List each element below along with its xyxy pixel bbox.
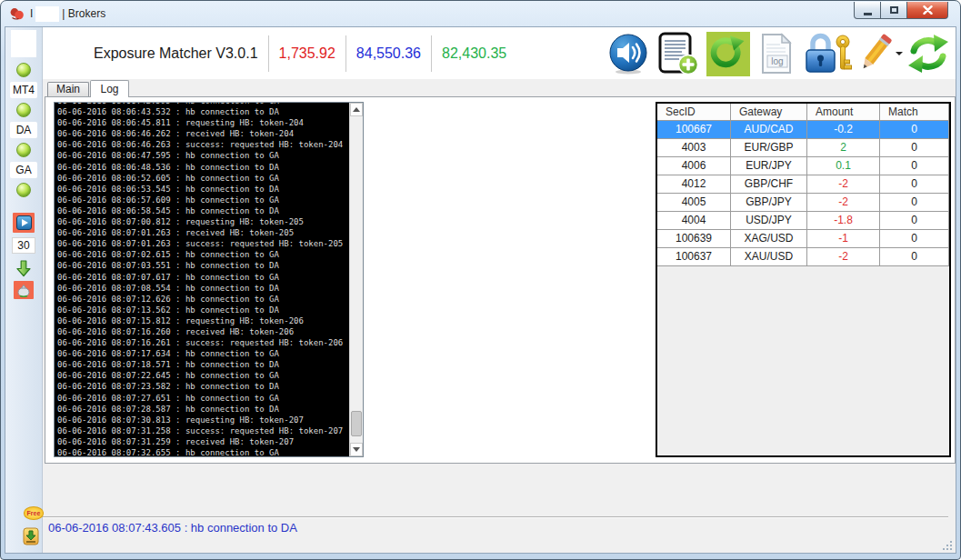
column-header[interactable]: Amount bbox=[807, 104, 880, 121]
grid-header-row: SecIDGatewayAmountMatch bbox=[657, 104, 949, 121]
console-panel: 06-06-2016 08:06:42.595 : hb connection … bbox=[54, 102, 364, 457]
table-row[interactable]: 4003EUR/GBP20 bbox=[657, 139, 949, 157]
close-button[interactable] bbox=[906, 2, 948, 19]
status-led-da bbox=[16, 103, 31, 117]
cell-amount: -2 bbox=[807, 248, 880, 266]
console-line: 06-06-2016 08:07:02.615 : hb connection … bbox=[57, 249, 348, 260]
cell-sec_id: 4012 bbox=[657, 175, 731, 194]
table-row[interactable]: 4004USD/JPY-1.80 bbox=[657, 212, 949, 230]
console-line: 06-06-2016 08:07:15.812 : requesting HB:… bbox=[57, 315, 348, 326]
edit-dropdown-arrow-icon bbox=[896, 52, 903, 55]
cell-sec_id: 100639 bbox=[657, 230, 731, 248]
cell-gateway: EUR/JPY bbox=[731, 157, 807, 175]
window-title: I | Brokers bbox=[30, 6, 105, 22]
sound-button[interactable] bbox=[606, 32, 650, 76]
sidebar-blank-box bbox=[11, 30, 36, 57]
console-line: 06-06-2016 08:06:46.262 : received HB: t… bbox=[57, 128, 348, 139]
play-icon bbox=[16, 215, 32, 230]
console-line: 06-06-2016 08:06:45.811 : requesting HB:… bbox=[57, 117, 348, 128]
edit-button[interactable] bbox=[860, 32, 900, 76]
log-document-icon: log bbox=[758, 33, 795, 75]
minimize-button[interactable] bbox=[854, 2, 881, 19]
security-button[interactable] bbox=[803, 32, 854, 76]
console-line: 06-06-2016 08:07:30.813 : requesting HB:… bbox=[57, 415, 348, 425]
table-row[interactable]: 4005GBP/JPY-20 bbox=[657, 194, 949, 212]
column-header[interactable]: SecID bbox=[657, 104, 731, 121]
scroll-down-button[interactable] bbox=[350, 443, 363, 456]
console-line: 06-06-2016 08:07:27.651 : hb connection … bbox=[57, 393, 348, 404]
console-log[interactable]: 06-06-2016 08:06:42.595 : hb connection … bbox=[55, 103, 348, 456]
broker-label-da: DA bbox=[10, 122, 37, 138]
refresh-icon bbox=[709, 35, 747, 73]
console-line: 06-06-2016 08:06:48.536 : hb connection … bbox=[57, 162, 348, 173]
add-document-icon bbox=[657, 32, 699, 75]
interval-input[interactable] bbox=[12, 237, 35, 254]
cell-gateway: XAG/USD bbox=[731, 230, 807, 248]
console-scrollbar[interactable] bbox=[349, 103, 363, 456]
status-led-aux bbox=[16, 183, 31, 197]
log-icon-label: log bbox=[771, 56, 783, 66]
status-message: 06-06-2016 08:07:43.605 : hb connection … bbox=[48, 521, 297, 535]
status-led-mt4 bbox=[16, 63, 31, 77]
scroll-up-button[interactable] bbox=[350, 103, 363, 116]
log-tab-page: 06-06-2016 08:06:42.595 : hb connection … bbox=[45, 96, 956, 464]
cell-match: 0 bbox=[880, 248, 949, 266]
console-line: 06-06-2016 08:06:57.609 : hb connection … bbox=[57, 195, 348, 205]
cell-gateway: XAU/USD bbox=[731, 248, 807, 266]
toolbar: log bbox=[606, 31, 950, 76]
maximize-icon bbox=[890, 6, 898, 14]
cell-gateway: GBP/CHF bbox=[731, 175, 807, 194]
refresh-button[interactable] bbox=[706, 32, 750, 76]
console-line: 06-06-2016 08:07:12.626 : hb connection … bbox=[57, 294, 348, 305]
app-window: I | Brokers MT4 bbox=[0, 0, 961, 560]
table-row[interactable]: 100667AUD/CAD-0.20 bbox=[657, 121, 949, 139]
cell-sec_id: 4004 bbox=[657, 212, 731, 230]
console-line: 06-06-2016 08:07:32.655 : hb connection … bbox=[57, 447, 348, 456]
scroll-up-icon bbox=[353, 107, 360, 112]
column-header[interactable]: Match bbox=[880, 104, 949, 121]
console-line: 06-06-2016 08:07:28.587 : hb connection … bbox=[57, 404, 348, 415]
column-header[interactable]: Gateway bbox=[731, 104, 807, 121]
cell-amount: -1 bbox=[807, 230, 880, 248]
cell-amount: -1.8 bbox=[807, 212, 880, 230]
sidebar: MT4 DA GA bbox=[5, 27, 43, 553]
console-line: 06-06-2016 08:07:01.263 : success: reque… bbox=[57, 238, 348, 249]
tab-log[interactable]: Log bbox=[90, 80, 129, 97]
money-bag-button[interactable] bbox=[14, 281, 34, 299]
sync-button[interactable] bbox=[906, 32, 950, 76]
play-button[interactable] bbox=[13, 213, 35, 233]
tab-main[interactable]: Main bbox=[47, 82, 89, 96]
add-order-button[interactable] bbox=[656, 32, 700, 76]
lock-key-icon bbox=[804, 32, 853, 75]
titlebar[interactable]: I | Brokers bbox=[1, 1, 960, 26]
table-row[interactable]: 4012GBP/CHF-20 bbox=[657, 175, 949, 194]
console-line: 06-06-2016 08:07:01.263 : received HB: t… bbox=[57, 227, 348, 238]
table-row[interactable]: 100639XAG/USD-10 bbox=[657, 230, 949, 248]
console-line: 06-06-2016 08:07:16.260 : received HB: t… bbox=[57, 326, 348, 337]
cell-match: 0 bbox=[880, 121, 949, 139]
cell-sec_id: 100667 bbox=[657, 121, 731, 139]
maximize-button[interactable] bbox=[881, 2, 906, 19]
balance-value: 84,550.36 bbox=[356, 45, 421, 62]
cell-amount: 2 bbox=[807, 139, 880, 157]
cell-gateway: EUR/GBP bbox=[731, 139, 807, 157]
caption-buttons bbox=[854, 2, 948, 19]
log-button[interactable]: log bbox=[756, 32, 796, 76]
down-arrow-button[interactable] bbox=[16, 260, 31, 277]
console-line: 06-06-2016 08:07:13.562 : hb connection … bbox=[57, 305, 348, 315]
broker-label-mt4: MT4 bbox=[10, 82, 37, 98]
scrollbar-thumb[interactable] bbox=[351, 411, 362, 436]
cell-amount: -0.2 bbox=[807, 121, 880, 139]
console-line: 06-06-2016 08:07:31.258 : success: reque… bbox=[57, 425, 348, 436]
window-title-prefix: I bbox=[30, 7, 33, 20]
cell-match: 0 bbox=[880, 230, 949, 248]
table-row[interactable]: 4006EUR/JPY0.10 bbox=[657, 157, 949, 175]
resize-grip[interactable] bbox=[942, 540, 953, 551]
table-row[interactable]: 100637XAU/USD-20 bbox=[657, 248, 949, 266]
cell-match: 0 bbox=[880, 157, 949, 175]
console-line: 06-06-2016 08:06:58.545 : hb connection … bbox=[57, 205, 348, 216]
window-title-label: | Brokers bbox=[62, 7, 105, 20]
sync-icon bbox=[907, 34, 949, 74]
cell-sec_id: 4003 bbox=[657, 139, 731, 157]
download-button[interactable] bbox=[23, 527, 39, 545]
